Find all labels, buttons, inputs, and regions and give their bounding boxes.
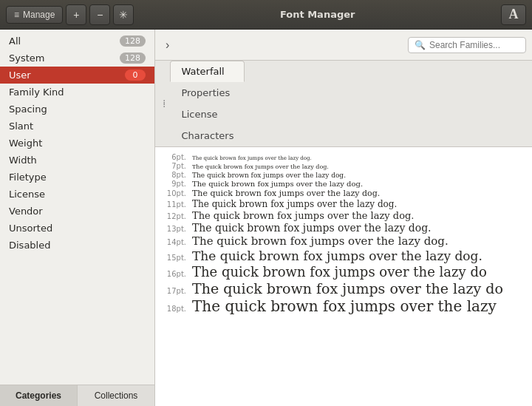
- wf-sample-text: The quick brown fox jumps over the lazy …: [192, 210, 414, 221]
- wf-size-label: 8pt.: [164, 171, 186, 179]
- sidebar-item-disabled[interactable]: Disabled: [0, 237, 154, 254]
- content-topbar: › 🔍: [155, 30, 532, 61]
- wf-sample-text: The quick brown fox jumps over the lazy …: [192, 155, 312, 161]
- manage-button[interactable]: ≡ Manage: [6, 6, 63, 24]
- sidebar-item-all[interactable]: All128: [0, 33, 154, 50]
- waterfall-row: 7pt.The quick brown fox jumps over the l…: [164, 162, 523, 170]
- remove-button[interactable]: −: [89, 4, 110, 25]
- chevron-button[interactable]: ›: [161, 37, 174, 53]
- manage-icon: ≡: [14, 10, 19, 20]
- waterfall-row: 14pt.The quick brown fox jumps over the …: [164, 234, 523, 248]
- search-box: 🔍: [408, 37, 526, 53]
- wf-sample-text: The quick brown fox jumps over the lazy …: [192, 163, 329, 170]
- sidebar-item-label: Slant: [9, 121, 33, 132]
- tabs-bar: ⁞ WaterfallPropertiesLicenseCharacters: [155, 61, 532, 147]
- sidebar-item-label: System: [9, 53, 44, 64]
- sidebar-item-label: Spacing: [9, 104, 47, 115]
- tab-license[interactable]: License: [170, 104, 245, 125]
- tab-characters[interactable]: Characters: [170, 125, 245, 146]
- waterfall-row: 10pt.The quick brown fox jumps over the …: [164, 189, 523, 198]
- wf-size-label: 12pt.: [164, 212, 186, 220]
- sidebar-item-slant[interactable]: Slant: [0, 118, 154, 135]
- sidebar-item-badge: 128: [120, 53, 146, 64]
- content-area: › 🔍 ⁞ WaterfallPropertiesLicenseCharacte…: [155, 30, 532, 406]
- sidebar-item-system[interactable]: System128: [0, 50, 154, 67]
- tools-button[interactable]: ✳: [113, 4, 134, 25]
- waterfall-row: 11pt.The quick brown fox jumps over the …: [164, 199, 523, 209]
- wf-size-label: 10pt.: [164, 189, 186, 197]
- sidebar-item-filetype[interactable]: Filetype: [0, 169, 154, 186]
- wf-size-label: 9pt.: [164, 180, 186, 188]
- sidebar-item-label: User: [9, 70, 31, 81]
- wf-size-label: 7pt.: [164, 162, 186, 170]
- add-button[interactable]: +: [66, 4, 86, 25]
- search-icon: 🔍: [415, 40, 426, 50]
- sidebar-item-vendor[interactable]: Vendor: [0, 203, 154, 220]
- wf-size-label: 11pt.: [164, 200, 186, 209]
- tab-waterfall[interactable]: Waterfall: [170, 61, 245, 82]
- tab-grip-icon: ⁞: [158, 98, 170, 109]
- waterfall-panel: 6pt.The quick brown fox jumps over the l…: [155, 147, 532, 406]
- wf-sample-text: The quick brown fox jumps over the lazy …: [192, 222, 432, 234]
- wf-sample-text: The quick brown fox jumps over the lazy …: [192, 234, 449, 248]
- wf-sample-text: The quick brown fox jumps over the lazy …: [192, 280, 503, 297]
- left-controls: ≡ Manage + − ✳: [6, 4, 134, 25]
- sidebar-item-label: Family Kind: [9, 87, 64, 98]
- waterfall-row: 16pt.The quick brown fox jumps over the …: [164, 264, 523, 280]
- waterfall-row: 17pt.The quick brown fox jumps over the …: [164, 280, 523, 297]
- sidebar-items-list: All128System128User0Family KindSpacingSl…: [0, 30, 154, 385]
- sidebar-item-spacing[interactable]: Spacing: [0, 101, 154, 118]
- search-input[interactable]: [429, 40, 519, 50]
- waterfall-row: 18pt.The quick brown fox jumps over the …: [164, 297, 523, 315]
- wf-sample-text: The quick brown fox jumps over the lazy …: [192, 248, 482, 263]
- sidebar-footer: Categories Collections: [0, 385, 154, 406]
- sidebar-item-user[interactable]: User0: [0, 67, 154, 84]
- wf-size-label: 17pt.: [164, 287, 186, 295]
- main-area: All128System128User0Family KindSpacingSl…: [0, 30, 532, 406]
- wf-sample-text: The quick brown fox jumps over the lazy …: [192, 189, 380, 198]
- sidebar-item-badge: 0: [125, 70, 146, 81]
- sidebar-item-label: Width: [9, 155, 37, 166]
- waterfall-row: 6pt.The quick brown fox jumps over the l…: [164, 153, 523, 161]
- wf-sample-text: The quick brown fox jumps over the lazy …: [192, 172, 346, 179]
- sidebar-item-label: License: [9, 189, 45, 200]
- sidebar-item-family-kind[interactable]: Family Kind: [0, 84, 154, 101]
- wf-size-label: 18pt.: [164, 305, 186, 313]
- waterfall-row: 12pt.The quick brown fox jumps over the …: [164, 210, 523, 221]
- sidebar-item-label: All: [9, 35, 21, 47]
- sidebar-item-badge: 128: [120, 35, 146, 47]
- font-icon-button[interactable]: A: [501, 4, 526, 25]
- wf-sample-text: The quick brown fox jumps over the lazy …: [192, 199, 397, 209]
- wf-size-label: 13pt.: [164, 225, 186, 233]
- wf-size-label: 6pt.: [164, 153, 186, 161]
- sidebar-item-label: Weight: [9, 138, 42, 149]
- sidebar-item-width[interactable]: Width: [0, 152, 154, 169]
- waterfall-row: 9pt.The quick brown fox jumps over the l…: [164, 180, 523, 188]
- sidebar-item-unsorted[interactable]: Unsorted: [0, 220, 154, 237]
- sidebar-item-label: Unsorted: [9, 223, 52, 234]
- waterfall-row: 13pt.The quick brown fox jumps over the …: [164, 222, 523, 234]
- wf-size-label: 16pt.: [164, 270, 186, 278]
- waterfall-row: 8pt.The quick brown fox jumps over the l…: [164, 171, 523, 179]
- wf-sample-text: The quick brown fox jumps over the lazy …: [192, 180, 363, 188]
- sidebar-item-label: Filetype: [9, 172, 47, 183]
- sidebar-item-label: Disabled: [9, 240, 50, 251]
- sidebar-item-weight[interactable]: Weight: [0, 135, 154, 152]
- wf-size-label: 14pt.: [164, 238, 186, 246]
- sidebar-item-license[interactable]: License: [0, 186, 154, 203]
- titlebar: ≡ Manage + − ✳ Font Manager A: [0, 0, 532, 30]
- collections-button[interactable]: Collections: [78, 385, 154, 406]
- waterfall-row: 15pt.The quick brown fox jumps over the …: [164, 248, 523, 263]
- sidebar: All128System128User0Family KindSpacingSl…: [0, 30, 155, 406]
- wf-sample-text: The quick brown fox jumps over the lazy: [192, 297, 497, 315]
- sidebar-item-label: Vendor: [9, 206, 43, 217]
- wf-sample-text: The quick brown fox jumps over the lazy …: [192, 264, 487, 280]
- window-title: Font Manager: [134, 9, 501, 20]
- manage-label: Manage: [23, 10, 55, 20]
- tab-properties[interactable]: Properties: [170, 82, 245, 104]
- wf-size-label: 15pt.: [164, 254, 186, 262]
- categories-button[interactable]: Categories: [0, 385, 78, 406]
- tabs-container: WaterfallPropertiesLicenseCharacters: [170, 61, 245, 146]
